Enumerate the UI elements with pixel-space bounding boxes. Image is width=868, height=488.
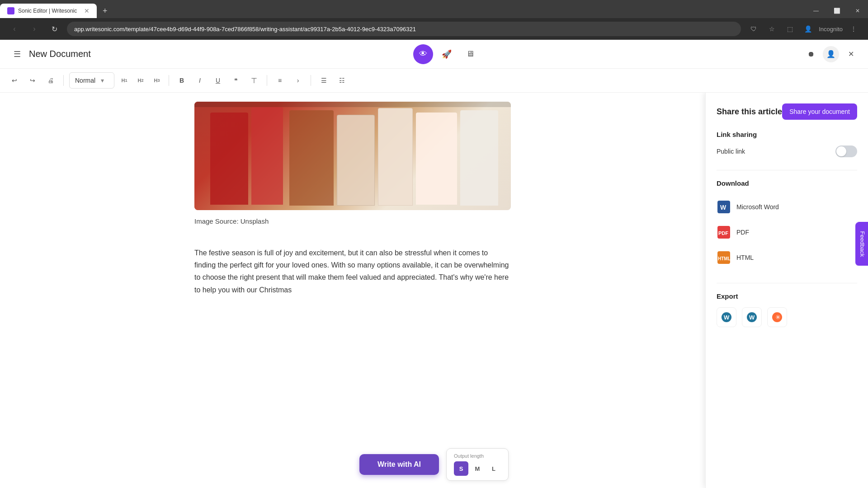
share-document-button[interactable]: Share your document bbox=[782, 103, 857, 120]
pdf-icon: PDF bbox=[717, 225, 731, 239]
word-icon: W bbox=[717, 200, 731, 214]
eye-icon: 👁 bbox=[419, 49, 427, 59]
close-icon: ✕ bbox=[848, 50, 854, 58]
divider-2 bbox=[717, 283, 857, 283]
svg-text:HTML: HTML bbox=[718, 256, 730, 261]
print-button[interactable]: 🖨 bbox=[43, 73, 58, 88]
ordered-list-button[interactable]: ☷ bbox=[335, 73, 349, 88]
shield-icon: 🛡 bbox=[746, 22, 761, 36]
feedback-tab[interactable]: Feedback bbox=[855, 222, 868, 266]
align-more-button[interactable]: › bbox=[291, 73, 305, 88]
download-html-item[interactable]: HTML HTML bbox=[717, 245, 857, 270]
tab-favicon bbox=[7, 7, 14, 14]
tab-title: Sonic Editor | Writesonic bbox=[18, 8, 77, 14]
print-icon: 🖨 bbox=[47, 77, 54, 84]
eye-button[interactable]: 👁 bbox=[413, 44, 433, 64]
size-s-button[interactable]: S bbox=[454, 461, 468, 476]
image-caption: Image Source: Unsplash bbox=[194, 217, 511, 225]
minimize-button[interactable]: — bbox=[806, 2, 826, 20]
export-title: Export bbox=[717, 292, 857, 300]
separator-2 bbox=[169, 75, 169, 86]
share-panel-title: Share this article bbox=[717, 107, 782, 117]
back-button[interactable]: ‹ bbox=[7, 22, 22, 36]
hamburger-icon: ☰ bbox=[14, 49, 21, 59]
forward-button[interactable]: › bbox=[27, 22, 42, 36]
strikethrough-button[interactable]: ⊤ bbox=[247, 73, 261, 88]
public-link-toggle[interactable] bbox=[835, 145, 857, 157]
pdf-label: PDF bbox=[736, 229, 749, 236]
html-icon: HTML bbox=[717, 250, 731, 265]
svg-text:W: W bbox=[720, 204, 726, 211]
profile-icon[interactable]: 👤 bbox=[801, 22, 815, 36]
export-other-btn[interactable]: ✳ bbox=[767, 307, 787, 327]
download-pdf-item[interactable]: PDF PDF bbox=[717, 220, 857, 245]
refresh-button[interactable]: ↻ bbox=[47, 22, 61, 36]
star-icon[interactable]: ☆ bbox=[764, 22, 779, 36]
rocket-icon: 🚀 bbox=[442, 49, 452, 59]
toggle-knob bbox=[836, 146, 846, 156]
public-link-label: Public link bbox=[717, 148, 745, 155]
underline-button[interactable]: U bbox=[211, 73, 225, 88]
align-button[interactable]: ≡ bbox=[273, 73, 287, 88]
export-wordpress2-btn[interactable]: W bbox=[742, 307, 762, 327]
bold-button[interactable]: B bbox=[175, 73, 189, 88]
svg-text:PDF: PDF bbox=[718, 230, 728, 236]
maximize-button[interactable]: ⬜ bbox=[826, 2, 847, 20]
separator-1 bbox=[63, 75, 64, 86]
divider-1 bbox=[717, 170, 857, 170]
write-ai-button[interactable]: Write with AI bbox=[359, 454, 439, 475]
share-icon: 👤 bbox=[826, 50, 835, 58]
browser-tab[interactable]: Sonic Editor | Writesonic ✕ bbox=[0, 4, 97, 18]
rocket-button[interactable]: 🚀 bbox=[437, 44, 457, 64]
present-button[interactable]: 🖥 bbox=[460, 44, 480, 64]
download-title: Download bbox=[717, 179, 857, 187]
svg-text:W: W bbox=[724, 314, 730, 321]
output-length-label: Output length bbox=[454, 453, 501, 459]
h1-button[interactable]: H1 bbox=[118, 74, 131, 87]
html-label: HTML bbox=[736, 254, 754, 261]
article-body[interactable]: The festive season is full of joy and ex… bbox=[194, 247, 511, 296]
redo-button[interactable]: ↪ bbox=[25, 73, 40, 88]
h2-button[interactable]: H2 bbox=[134, 74, 147, 87]
size-m-button[interactable]: M bbox=[470, 461, 485, 476]
h3-button[interactable]: H3 bbox=[151, 74, 163, 87]
link-sharing-title: Link sharing bbox=[717, 131, 857, 138]
tab-close-btn[interactable]: ✕ bbox=[84, 7, 90, 14]
record-icon: ⏺ bbox=[807, 50, 815, 58]
quote-button[interactable]: ❝ bbox=[229, 73, 243, 88]
format-dropdown[interactable]: Normal ▾ bbox=[69, 72, 114, 89]
separator-4 bbox=[311, 75, 311, 86]
undo-icon: ↩ bbox=[12, 77, 17, 84]
redo-icon: ↪ bbox=[30, 77, 35, 84]
record-button[interactable]: ⏺ bbox=[803, 46, 819, 62]
menu-button[interactable]: ☰ bbox=[9, 46, 25, 62]
share-panel: Share this article Share your document L… bbox=[705, 93, 868, 488]
close-button[interactable]: ✕ bbox=[847, 2, 868, 20]
format-value: Normal bbox=[75, 77, 95, 84]
export-wordpress-btn[interactable]: W bbox=[717, 307, 736, 327]
incognito-label: Incognito bbox=[819, 26, 843, 33]
svg-text:W: W bbox=[749, 314, 755, 321]
present-icon: 🖥 bbox=[466, 49, 474, 59]
output-length-box: Output length S M L bbox=[446, 448, 509, 481]
chevron-down-icon: ▾ bbox=[101, 77, 104, 84]
editor-area[interactable]: Image Source: Unsplash The festive seaso… bbox=[0, 93, 705, 488]
svg-text:✳: ✳ bbox=[775, 314, 781, 321]
new-tab-button[interactable]: + bbox=[99, 5, 111, 17]
size-l-button[interactable]: L bbox=[486, 461, 501, 476]
address-bar-input[interactable] bbox=[67, 22, 741, 36]
bottom-bar: Write with AI Output length S M L bbox=[352, 441, 516, 488]
share-button[interactable]: 👤 bbox=[823, 46, 839, 62]
document-title[interactable]: New Document bbox=[29, 49, 91, 59]
panel-close-button[interactable]: ✕ bbox=[843, 46, 859, 62]
download-word-item[interactable]: W Microsoft Word bbox=[717, 194, 857, 220]
italic-button[interactable]: I bbox=[193, 73, 207, 88]
article-image bbox=[194, 102, 511, 210]
unordered-list-button[interactable]: ☰ bbox=[316, 73, 331, 88]
sidebar-icon[interactable]: ⬚ bbox=[783, 22, 797, 36]
word-label: Microsoft Word bbox=[736, 203, 779, 211]
separator-3 bbox=[267, 75, 267, 86]
undo-button[interactable]: ↩ bbox=[7, 73, 22, 88]
extensions-icon[interactable]: ⋮ bbox=[846, 22, 861, 36]
